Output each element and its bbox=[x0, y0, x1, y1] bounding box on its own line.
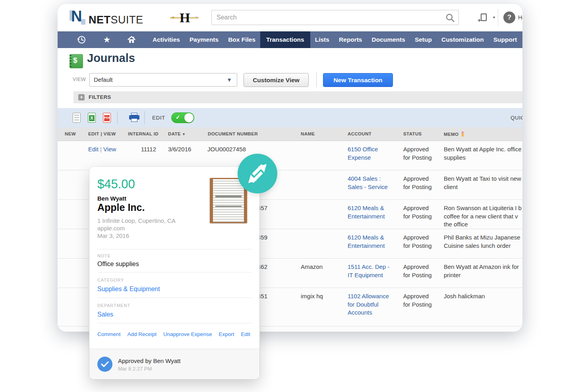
edit-link[interactable]: Edit bbox=[241, 331, 250, 337]
account-link[interactable]: 6120 Meals & Entertainment bbox=[348, 204, 391, 220]
status-cell: Approved for Posting bbox=[403, 263, 435, 279]
nav-item-customization[interactable]: Customization bbox=[437, 31, 489, 48]
memo-cell: Phil Banks at Mizu JapaneseCuisine sales… bbox=[444, 234, 520, 250]
customize-view-button[interactable]: Customize View bbox=[244, 73, 309, 87]
quick-sort-label: QUICK bbox=[511, 115, 522, 121]
select-caret-icon: ▼ bbox=[226, 73, 232, 86]
nav-item-activities[interactable]: Activities bbox=[148, 31, 185, 48]
memo-cell: Josh halickman bbox=[444, 330, 485, 332]
add-receipt-link[interactable]: Add Receipt bbox=[128, 331, 157, 337]
header-memo[interactable]: MEMO bbox=[444, 131, 464, 137]
csv-export-icon[interactable] bbox=[73, 113, 81, 123]
status-cell: Approved for Posting bbox=[403, 292, 435, 309]
edit-link[interactable]: Edit bbox=[88, 146, 99, 153]
netsuite-wordmark: NETSUITE bbox=[89, 14, 143, 26]
history-icon[interactable] bbox=[77, 35, 86, 44]
memo-cell: Ron Swanson at Liquiteria I bcoffee for … bbox=[444, 204, 522, 229]
account-link[interactable]: 1102 Allowance for Doubtful Accounts bbox=[348, 292, 391, 317]
status-cell: Approved for Posting bbox=[403, 234, 435, 250]
nav-item-documents[interactable]: Documents bbox=[367, 31, 410, 48]
nav-item-lists[interactable]: Lists bbox=[310, 31, 334, 48]
sort-desc-icon: ▼ bbox=[182, 132, 186, 136]
view-select[interactable]: Default ▼ bbox=[89, 73, 237, 87]
status-cell: Approved bbox=[403, 330, 435, 332]
edit-toggle-label: EDIT bbox=[152, 115, 165, 121]
header-date[interactable]: DATE▼ bbox=[168, 131, 186, 136]
expense-date: Mar 3, 2016 bbox=[97, 232, 129, 239]
header-document-number[interactable]: DOCUMENT NUMBER bbox=[208, 131, 258, 136]
brand-suite: SUITE bbox=[111, 14, 143, 26]
caret-down-icon: ▾ bbox=[493, 15, 495, 19]
search-icon[interactable] bbox=[445, 13, 455, 25]
nav-item-box-files[interactable]: Box Files bbox=[223, 31, 260, 48]
name-cell: imgix hq bbox=[301, 292, 323, 301]
account-link[interactable]: 4004 Sales : Sales - Service bbox=[348, 175, 391, 191]
header-new[interactable]: NEW bbox=[65, 131, 76, 136]
approval-footer: Approved by Ben Wyatt Mar 8 2:27 PM bbox=[89, 349, 259, 379]
comment-link[interactable]: Comment bbox=[97, 331, 121, 337]
new-transaction-button[interactable]: New Transaction bbox=[323, 73, 393, 87]
button-divider bbox=[316, 72, 317, 87]
company-logo-letter: H bbox=[180, 10, 190, 25]
favorites-star-icon[interactable]: ★ bbox=[102, 35, 112, 44]
nav-item-support[interactable]: Support bbox=[489, 31, 522, 48]
account-link[interactable]: 6150 Office Expense bbox=[348, 145, 391, 162]
memo-cell: Ben Wyatt at Taxi to visit newclient bbox=[444, 175, 521, 191]
category-link[interactable]: Supplies & Equipment bbox=[97, 286, 160, 293]
name-cell: Amazon bbox=[301, 263, 323, 271]
search-input[interactable] bbox=[212, 10, 458, 25]
filters-bar[interactable]: + FILTERS bbox=[74, 91, 522, 103]
memo-cell: Ben Wyatt at Amazon ink forprinter bbox=[444, 263, 519, 279]
help-icon[interactable]: ? bbox=[503, 12, 515, 23]
vendor-website: apple.com bbox=[97, 225, 125, 232]
memo-cell: Ben Wyatt at Apple Inc. officesupplies bbox=[444, 145, 522, 162]
nav-items: Activities Payments Box Files Transactio… bbox=[148, 31, 522, 48]
department-label: DEPARTMENT bbox=[97, 303, 130, 308]
header-name[interactable]: NAME bbox=[301, 131, 315, 136]
status-cell: Approved for Posting bbox=[403, 204, 435, 220]
nav-item-reports[interactable]: Reports bbox=[334, 31, 367, 48]
status-cell: Approved for Posting bbox=[403, 145, 435, 162]
expense-detail-card: $45.00 Ben Wyatt Apple Inc. 1 Infinite L… bbox=[89, 167, 259, 379]
transfer-sync-icon[interactable] bbox=[238, 154, 277, 193]
header-account[interactable]: ACCOUNT bbox=[348, 131, 371, 136]
account-link[interactable]: 1511 Acc. Dep - IT Equipment bbox=[348, 263, 391, 279]
nav-item-payments[interactable]: Payments bbox=[185, 31, 223, 48]
excel-export-icon[interactable]: X bbox=[88, 113, 96, 123]
expand-filters-icon[interactable]: + bbox=[78, 94, 85, 100]
view-link[interactable]: View bbox=[103, 146, 116, 153]
brand-net: NET bbox=[89, 14, 111, 26]
department-link[interactable]: Sales bbox=[97, 311, 113, 318]
status-cell: Approved for Posting bbox=[403, 175, 435, 191]
approved-by-text: Approved by Ben Wyatt bbox=[118, 357, 180, 364]
card-actions: Comment Add Receipt Unapprove Expense Ex… bbox=[97, 331, 250, 337]
unapprove-expense-link[interactable]: Unapprove Expense bbox=[163, 331, 212, 337]
export-link[interactable]: Export bbox=[219, 331, 234, 337]
expense-amount: $45.00 bbox=[97, 177, 135, 191]
pencil-icon bbox=[462, 131, 464, 137]
company-logo: ✶ H ✶ bbox=[170, 10, 199, 25]
header-internal-id[interactable]: INTERNAL ID bbox=[128, 131, 159, 136]
account-link[interactable]: 1102 bbox=[348, 330, 391, 332]
table-row[interactable]: Edit | View 11112 3/6/2016 JOU00027458 6… bbox=[58, 141, 522, 170]
search-bar[interactable] bbox=[211, 10, 459, 25]
header-status[interactable]: STATUS bbox=[403, 131, 422, 136]
approved-check-icon bbox=[97, 357, 112, 372]
toggle-check-icon: ✓ bbox=[176, 114, 180, 120]
edit-toggle[interactable]: ✓ bbox=[171, 112, 194, 123]
nav-item-setup[interactable]: Setup bbox=[410, 31, 437, 48]
vendor-address: 1 Infinite Loop, Cupertino, CA bbox=[97, 217, 176, 224]
view-label: VIEW bbox=[73, 77, 86, 82]
category-label: CATEGORY bbox=[97, 278, 124, 282]
header-edit-view[interactable]: EDIT | VIEW bbox=[88, 131, 116, 136]
account-link[interactable]: 6120 Meals & Entertainment bbox=[348, 234, 391, 250]
list-toolbar: X PDF EDIT ✓ QUICK bbox=[58, 108, 522, 127]
nav-item-transactions[interactable]: Transactions bbox=[260, 31, 310, 48]
expense-vendor: Apple Inc. bbox=[97, 202, 145, 213]
create-new-icon[interactable]: + ▾ bbox=[478, 14, 495, 24]
pdf-export-icon[interactable]: PDF bbox=[103, 113, 111, 123]
page-title: Journals bbox=[87, 52, 135, 65]
print-icon[interactable] bbox=[129, 113, 139, 123]
home-icon[interactable] bbox=[127, 35, 136, 44]
help-label[interactable]: Help bbox=[518, 14, 522, 21]
